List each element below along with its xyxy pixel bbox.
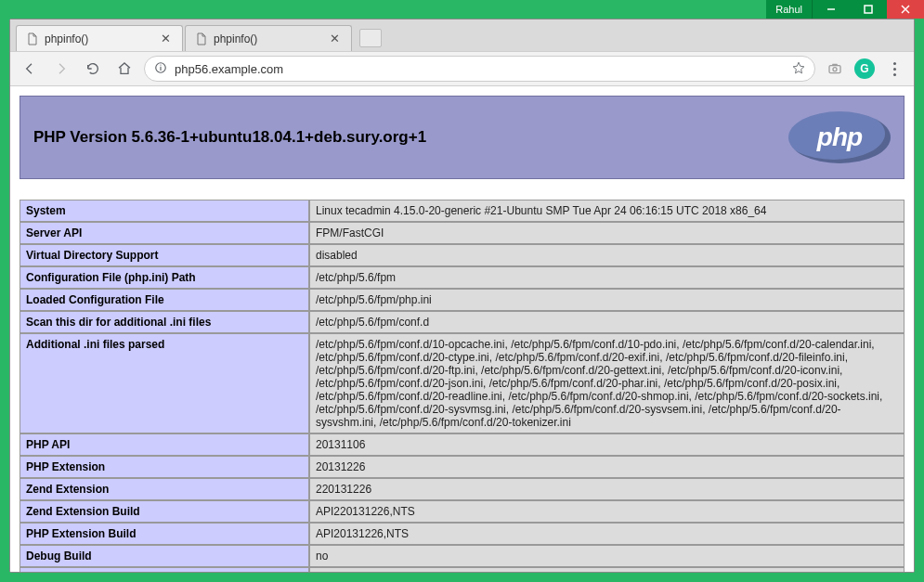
user-label: Rahul (775, 4, 802, 15)
phpinfo-page: PHP Version 5.6.36-1+ubuntu18.04.1+deb.s… (10, 86, 914, 572)
bookmark-star-icon[interactable] (792, 61, 805, 77)
tab-close-button[interactable]: ✕ (159, 32, 173, 45)
config-key: Zend Extension (20, 478, 309, 500)
table-row: Scan this dir for additional .ini files/… (20, 311, 904, 333)
config-value: API220131226,NTS (309, 500, 904, 523)
config-value: /etc/php/5.6/fpm (309, 266, 904, 289)
reload-button[interactable] (81, 57, 105, 81)
table-row: Additional .ini files parsed/etc/php/5.6… (20, 333, 904, 433)
table-row: Zend Extension220131226 (20, 478, 904, 500)
table-row: Server APIFPM/FastCGI (20, 222, 904, 244)
tab-title: phpinfo() (214, 32, 322, 45)
config-key: Loaded Configuration File (20, 289, 309, 311)
config-value: disabled (309, 244, 904, 266)
tab-title: phpinfo() (45, 32, 153, 45)
browser-tab-1[interactable]: phpinfo() ✕ (16, 25, 183, 51)
php-logo: php (788, 111, 891, 163)
config-key: PHP Extension Build (20, 523, 309, 545)
config-value: 20131106 (309, 433, 904, 456)
address-bar: php56.example.com G (10, 51, 914, 86)
new-tab-button[interactable] (359, 29, 382, 47)
config-value: 20131226 (309, 456, 904, 478)
config-key: Scan this dir for additional .ini files (20, 311, 309, 333)
window-close-button[interactable] (887, 0, 924, 19)
config-value: API20131226,NTS (309, 523, 904, 545)
svg-point-8 (833, 68, 837, 71)
config-key: Configuration File (php.ini) Path (20, 266, 309, 289)
config-value: Linux tecadmin 4.15.0-20-generic #21-Ubu… (309, 200, 904, 222)
config-value: 220131226 (309, 478, 904, 500)
screenshot-extension-icon[interactable] (823, 57, 847, 81)
back-button[interactable] (18, 57, 42, 81)
window-maximize-button[interactable] (850, 0, 887, 19)
php-version-title: PHP Version 5.6.36-1+ubuntu18.04.1+deb.s… (33, 128, 426, 147)
svg-rect-7 (829, 66, 840, 73)
table-row: Virtual Directory Supportdisabled (20, 244, 904, 266)
browser-menu-button[interactable] (882, 57, 906, 81)
config-value: /etc/php/5.6/fpm/conf.d (309, 311, 904, 333)
browser-tab-2[interactable]: phpinfo() ✕ (185, 25, 352, 51)
config-key: Server API (20, 222, 309, 244)
table-row: PHP API20131106 (20, 433, 904, 456)
config-value: disabled (309, 567, 904, 572)
url-text: php56.example.com (175, 62, 785, 76)
table-row: SystemLinux tecadmin 4.15.0-20-generic #… (20, 200, 904, 222)
table-row: Configuration File (php.ini) Path/etc/ph… (20, 266, 904, 289)
phpinfo-table: SystemLinux tecadmin 4.15.0-20-generic #… (20, 200, 904, 572)
svg-point-6 (160, 64, 161, 65)
tab-close-button[interactable]: ✕ (328, 32, 342, 45)
table-row: PHP Extension20131226 (20, 456, 904, 478)
config-value: /etc/php/5.6/fpm/conf.d/10-opcache.ini, … (309, 333, 904, 433)
forward-button[interactable] (49, 57, 73, 81)
config-key: Additional .ini files parsed (20, 333, 309, 433)
config-value: /etc/php/5.6/fpm/php.ini (309, 289, 904, 311)
tab-strip: phpinfo() ✕ phpinfo() ✕ (10, 19, 914, 51)
table-row: Thread Safetydisabled (20, 567, 904, 572)
config-key: Zend Extension Build (20, 500, 309, 523)
table-row: Debug Buildno (20, 545, 904, 567)
page-viewport[interactable]: PHP Version 5.6.36-1+ubuntu18.04.1+deb.s… (10, 86, 914, 572)
window-minimize-button[interactable] (813, 0, 850, 19)
table-row: PHP Extension BuildAPI20131226,NTS (20, 523, 904, 545)
config-key: Thread Safety (20, 567, 309, 572)
table-row: Loaded Configuration File/etc/php/5.6/fp… (20, 289, 904, 311)
php-logo-text: php (817, 123, 862, 152)
config-key: System (20, 200, 309, 222)
config-key: PHP Extension (20, 456, 309, 478)
config-value: FPM/FastCGI (309, 222, 904, 244)
phpinfo-header: PHP Version 5.6.36-1+ubuntu18.04.1+deb.s… (20, 96, 904, 179)
grammarly-extension-icon[interactable]: G (854, 58, 875, 79)
config-key: Debug Build (20, 545, 309, 567)
site-info-icon[interactable] (154, 61, 167, 77)
svg-rect-1 (865, 6, 872, 13)
file-icon (195, 32, 208, 45)
window-titlebar: Rahul (0, 0, 924, 19)
file-icon (26, 32, 39, 45)
config-key: PHP API (20, 433, 309, 456)
user-account-button[interactable]: Rahul (766, 0, 813, 19)
omnibox[interactable]: php56.example.com (144, 56, 815, 82)
home-button[interactable] (112, 57, 137, 81)
config-key: Virtual Directory Support (20, 244, 309, 266)
table-row: Zend Extension BuildAPI220131226,NTS (20, 500, 904, 523)
config-value: no (309, 545, 904, 567)
browser-window: phpinfo() ✕ phpinfo() ✕ php56.example.co… (9, 19, 915, 573)
